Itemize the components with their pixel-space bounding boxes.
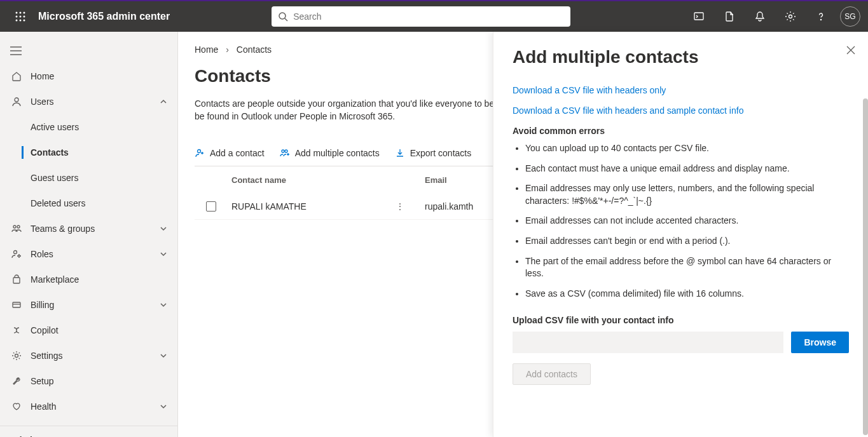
svg-point-26 <box>198 150 201 153</box>
sidebar-item-label: Roles <box>31 249 53 259</box>
list-item: Email addresses may only use letters, nu… <box>525 182 849 207</box>
download-icon <box>395 148 405 158</box>
browse-button[interactable]: Browse <box>791 332 849 353</box>
settings-icon[interactable] <box>776 1 804 32</box>
gear-icon <box>10 351 23 361</box>
sidebar-item-label: Marketplace <box>31 274 79 285</box>
sidebar-item-label: Settings <box>31 351 63 361</box>
chevron-down-icon <box>160 352 167 360</box>
sidebar-item-label: Billing <box>31 300 54 310</box>
sidebar-item-roles[interactable]: Roles <box>0 241 177 267</box>
svg-point-9 <box>279 13 286 19</box>
sidebar-item-home[interactable]: Home <box>0 64 177 89</box>
cell-email: rupali.kamth <box>425 201 473 212</box>
errors-list: You can upload up to 40 contacts per CSV… <box>525 142 849 300</box>
whatsnew-icon[interactable] <box>715 1 743 32</box>
add-contact-button[interactable]: Add a contact <box>195 148 265 158</box>
sidebar-item-label: Copilot <box>31 325 59 335</box>
account-avatar[interactable]: SG <box>840 6 860 27</box>
svg-point-4 <box>20 16 22 18</box>
search-icon <box>278 11 288 22</box>
card-icon <box>10 300 23 310</box>
command-label: Export contacts <box>410 148 472 158</box>
svg-point-1 <box>20 12 22 14</box>
add-multiple-contacts-button[interactable]: Add multiple contacts <box>280 148 380 158</box>
sidebar-item-label: Teams & groups <box>31 224 95 234</box>
svg-point-17 <box>15 98 18 102</box>
sidebar-item-settings[interactable]: Settings <box>0 343 177 368</box>
sidebar-item-label: Active users <box>31 122 79 132</box>
svg-point-28 <box>285 150 287 152</box>
panel-title: Add multiple contacts <box>513 47 849 67</box>
svg-point-19 <box>17 225 20 228</box>
notifications-icon[interactable] <box>746 1 774 32</box>
svg-point-18 <box>13 225 16 228</box>
sidebar-item-health[interactable]: Health <box>0 394 177 419</box>
add-multiple-contacts-panel: Add multiple contacts Download a CSV fil… <box>493 32 868 437</box>
row-checkbox[interactable] <box>206 201 216 212</box>
heart-icon <box>10 401 23 412</box>
sidebar-item-label: Users <box>31 97 54 107</box>
svg-point-5 <box>24 16 25 18</box>
app-launcher-icon[interactable] <box>5 1 36 32</box>
download-sample-link[interactable]: Download a CSV file with headers and sam… <box>513 105 849 116</box>
chevron-right-icon: › <box>226 44 229 55</box>
svg-point-20 <box>14 251 17 254</box>
roles-icon <box>10 249 23 259</box>
svg-point-8 <box>24 20 25 22</box>
sidebar-item-contacts[interactable]: Contacts <box>0 140 177 165</box>
export-contacts-button[interactable]: Export contacts <box>395 148 472 158</box>
errors-heading: Avoid common errors <box>513 126 849 136</box>
search-box[interactable] <box>272 6 570 27</box>
column-header-email[interactable]: Email <box>425 175 447 185</box>
wrench-icon <box>10 376 23 386</box>
person-add-icon <box>195 148 205 158</box>
sidebar-item-billing[interactable]: Billing <box>0 292 177 318</box>
svg-rect-23 <box>13 302 20 307</box>
sidebar-item-users[interactable]: Users <box>0 89 177 114</box>
search-container <box>272 6 570 27</box>
sidebar-item-teams-groups[interactable]: Teams & groups <box>0 216 177 241</box>
column-header-name[interactable]: Contact name <box>231 175 410 185</box>
add-contacts-button[interactable]: Add contacts <box>513 363 591 385</box>
svg-point-27 <box>282 150 284 152</box>
sidebar-section-admin-centers: Admin centers <box>0 426 177 437</box>
sidebar-item-marketplace[interactable]: Marketplace <box>0 267 177 292</box>
sidebar-item-copilot[interactable]: Copilot <box>0 318 177 343</box>
more-actions-icon[interactable]: ⋮ <box>390 201 410 212</box>
search-input[interactable] <box>293 11 564 22</box>
list-item: Email addresses can't begin or end with … <box>525 235 849 248</box>
close-panel-button[interactable] <box>846 46 855 55</box>
sidebar-item-label: Home <box>31 71 54 81</box>
command-label: Add multiple contacts <box>295 148 380 158</box>
upload-label: Upload CSV file with your contact info <box>513 315 849 325</box>
upload-row: Browse <box>513 332 849 353</box>
cell-contact-name: RUPALI kAMATHE <box>231 201 307 212</box>
upload-path-input[interactable] <box>513 332 783 353</box>
sidebar-item-deleted-users[interactable]: Deleted users <box>0 191 177 216</box>
copilot-icon <box>10 325 23 335</box>
svg-point-13 <box>820 19 821 20</box>
sidebar-item-active-users[interactable]: Active users <box>0 114 177 140</box>
svg-rect-22 <box>13 278 20 283</box>
sidebar-item-label: Guest users <box>31 173 78 183</box>
svg-point-25 <box>15 354 18 358</box>
sidebar-item-setup[interactable]: Setup <box>0 368 177 394</box>
global-header: Microsoft 365 admin center SG <box>0 0 868 32</box>
shell-icon[interactable] <box>685 1 713 32</box>
download-headers-link[interactable]: Download a CSV file with headers only <box>513 85 849 95</box>
sidebar-item-label: Setup <box>31 376 54 386</box>
svg-line-10 <box>285 18 287 21</box>
help-icon[interactable] <box>807 1 835 32</box>
command-label: Add a contact <box>210 148 265 158</box>
list-item: Save as a CSV (comma delimited) file wit… <box>525 288 849 300</box>
sidebar-item-label: Deleted users <box>31 198 85 208</box>
sidebar-item-guest-users[interactable]: Guest users <box>0 165 177 191</box>
nav-collapse-button[interactable] <box>0 38 177 64</box>
chevron-down-icon <box>160 225 167 232</box>
svg-point-6 <box>16 20 18 22</box>
list-item: Email addresses can not include accented… <box>525 215 849 227</box>
panel-scrollbar[interactable] <box>863 98 868 435</box>
breadcrumb-home[interactable]: Home <box>195 44 218 55</box>
svg-point-3 <box>16 16 18 18</box>
